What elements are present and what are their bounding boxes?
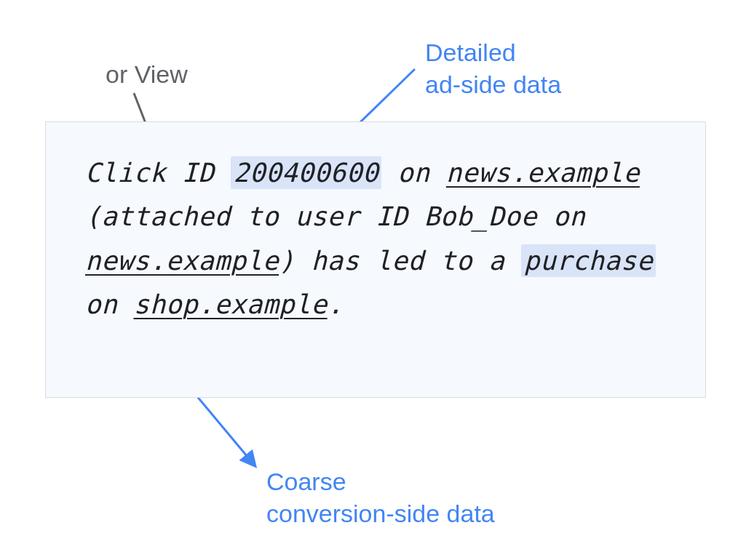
highlight-click-id: 200400600 (231, 156, 382, 189)
text-fragment: on (381, 158, 446, 188)
example-text: Click ID 200400600 on news.example (atta… (85, 151, 673, 327)
annotation-or-view: or View (106, 58, 188, 90)
example-box: Click ID 200400600 on news.example (atta… (45, 121, 706, 398)
text-fragment: on (85, 289, 134, 319)
link-shop-example: shop.example (134, 289, 328, 319)
text-fragment: Click ID (85, 158, 231, 188)
link-news-example: news.example (446, 158, 640, 188)
annotation-detailed-ad-side: Detailed ad-side data (425, 36, 561, 100)
link-news-example-b: news.example (85, 246, 279, 276)
annotation-line: ad-side data (425, 71, 561, 98)
text-fragment: (attached to user ID Bob_Doe on (85, 201, 585, 231)
annotation-line: Detailed (425, 39, 516, 66)
annotation-line: Coarse (266, 468, 346, 495)
annotation-coarse-conversion-side: Coarse conversion-side data (266, 465, 495, 529)
highlight-purchase: purchase (521, 244, 656, 277)
text-fragment: . (328, 289, 344, 319)
text-fragment: ) has led to a (279, 246, 521, 276)
annotation-line: conversion-side data (266, 500, 495, 527)
